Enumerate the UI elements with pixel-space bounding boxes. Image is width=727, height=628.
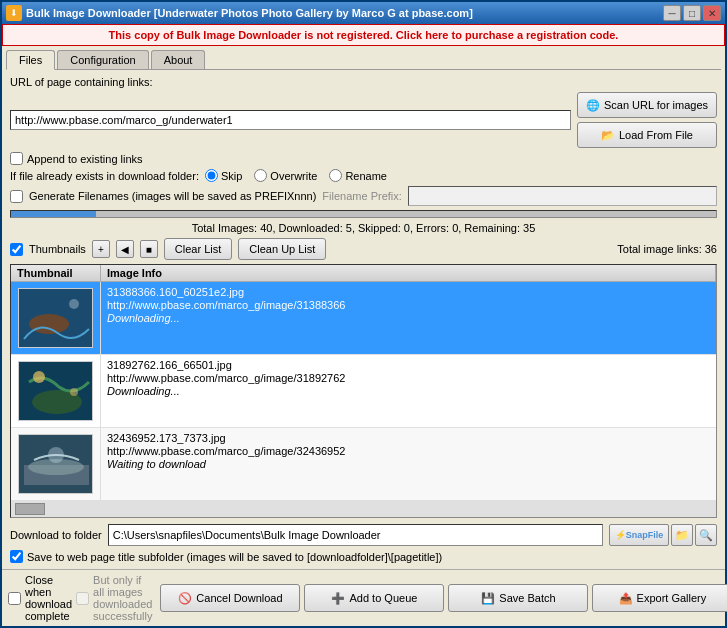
svg-point-7 [70,388,78,396]
download-folder-row: Download to folder ⚡SnapFile 📁 🔍 [10,522,717,546]
thumb-prev-button[interactable]: ◀ [116,240,134,258]
app-icon: ⬇ [6,5,22,21]
clear-list-button[interactable]: Clear List [164,238,232,260]
title-bar: ⬇ Bulk Image Downloader [Underwater Phot… [2,2,725,24]
item2-url: http://www.pbase.com/marco_g/image/31892… [107,372,710,384]
add-to-queue-button[interactable]: ➕ Add to Queue [304,584,444,612]
status-text: Total Images: 40, Downloaded: 5, Skipped… [10,222,717,234]
svg-point-11 [48,447,64,463]
minimize-button[interactable]: ─ [663,5,681,21]
radio-overwrite[interactable]: Overwrite [254,169,317,182]
item3-filename: 32436952.173_7373.jpg [107,432,710,444]
list-item[interactable]: 31388366.160_60251e2.jpg http://www.pbas… [11,282,716,355]
append-row: Append to existing links [10,152,717,165]
scroll-thumb[interactable] [15,503,45,515]
queue-icon: ➕ [331,592,345,605]
tab-about[interactable]: About [151,50,206,69]
bottom-buttons: 🚫 Cancel Download ➕ Add to Queue 💾 Save … [160,584,727,612]
item2-filename: 31892762.166_66501.jpg [107,359,710,371]
item1-url: http://www.pbase.com/marco_g/image/31388… [107,299,710,311]
subfolder-checkbox[interactable] [10,550,23,563]
tab-configuration[interactable]: Configuration [57,50,148,69]
info-cell-1: 31388366.160_60251e2.jpg http://www.pbas… [101,282,716,354]
url-row: 🌐 Scan URL for images 📂 Load From File [10,92,717,148]
save-icon: 💾 [481,592,495,605]
info-cell-3: 32436952.173_7373.jpg http://www.pbase.c… [101,428,716,500]
progress-bar [11,211,96,217]
append-checkbox[interactable] [10,152,23,165]
url-label: URL of page containing links: [10,76,717,88]
item1-filename: 31388366.160_60251e2.jpg [107,286,710,298]
prefix-label: Filename Prefix: [322,190,401,202]
item2-status: Downloading... [107,385,710,397]
item1-status: Downloading... [107,312,710,324]
col-info: Image Info [101,265,716,281]
generate-checkbox[interactable] [10,190,23,203]
info-cell-2: 31892762.166_66501.jpg http://www.pbase.… [101,355,716,427]
cleanup-list-button[interactable]: Clean Up List [238,238,326,260]
maximize-button[interactable]: □ [683,5,701,21]
export-icon: 📤 [619,592,633,605]
progress-bar-container [10,210,717,218]
generate-label: Generate Filenames (images will be saved… [29,190,316,202]
thumb-cell-3 [11,428,101,500]
main-content: URL of page containing links: 🌐 Scan URL… [2,70,725,569]
thumbnails-label: Thumbnails [29,243,86,255]
export-gallery-button[interactable]: 📤 Export Gallery [592,584,727,612]
title-buttons: ─ □ ✕ [663,5,721,21]
but-only-label: But only if all images downloaded succes… [93,574,152,622]
image-list: Thumbnail Image Info [10,264,717,518]
thumbnails-checkbox[interactable] [10,243,23,256]
radio-group: Skip Overwrite Rename [205,169,717,182]
thumb-stop-button[interactable]: ■ [140,240,158,258]
list-item[interactable]: 32436952.173_7373.jpg http://www.pbase.c… [11,428,716,501]
url-input[interactable] [10,110,571,130]
radio-skip[interactable]: Skip [205,169,242,182]
generate-row: Generate Filenames (images will be saved… [10,186,717,206]
list-header: Thumbnail Image Info [11,265,716,282]
file-exists-label: If file already exists in download folde… [10,170,199,182]
tab-files[interactable]: Files [6,50,55,70]
download-folder-label: Download to folder [10,529,102,541]
thumb-add-button[interactable]: + [92,240,110,258]
thumbnail-2 [18,361,93,421]
prefix-input[interactable] [408,186,717,206]
cancel-download-button[interactable]: 🚫 Cancel Download [160,584,300,612]
cancel-icon: 🚫 [178,592,192,605]
but-only-checkbox [76,592,89,605]
total-links: Total image links: 36 [617,243,717,255]
close-checkbox[interactable] [8,592,21,605]
folder-buttons: ⚡SnapFile 📁 🔍 [609,524,717,546]
open-folder-button[interactable]: 🔍 [695,524,717,546]
footer-bar: Close when download complete But only if… [2,569,725,626]
download-folder-input[interactable] [108,524,603,546]
folder-icon: 📂 [601,129,615,142]
list-item[interactable]: 31892762.166_66501.jpg http://www.pbase.… [11,355,716,428]
thumb-cell-1 [11,282,101,354]
svg-point-3 [69,299,79,309]
list-body[interactable]: 31388366.160_60251e2.jpg http://www.pbas… [11,282,716,501]
thumbnail-1 [18,288,93,348]
load-from-file-button[interactable]: 📂 Load From File [577,122,717,148]
radio-rename[interactable]: Rename [329,169,387,182]
horizontal-scrollbar[interactable] [11,501,716,517]
browse-folder-button[interactable]: 📁 [671,524,693,546]
thumbnail-3 [18,434,93,494]
col-thumbnail: Thumbnail [11,265,101,281]
title-bar-left: ⬇ Bulk Image Downloader [Underwater Phot… [6,5,473,21]
close-check: Close when download complete [8,574,72,622]
svg-point-6 [33,371,45,383]
append-label: Append to existing links [27,153,143,165]
globe-icon: 🌐 [586,99,600,112]
registration-banner[interactable]: This copy of Bulk Image Downloader is no… [2,24,725,46]
svg-point-1 [29,314,69,334]
item3-status: Waiting to download [107,458,710,470]
close-button[interactable]: ✕ [703,5,721,21]
snap-icon-button[interactable]: ⚡SnapFile [609,524,669,546]
close-label: Close when download complete [25,574,72,622]
scan-url-button[interactable]: 🌐 Scan URL for images [577,92,717,118]
tabs-bar: Files Configuration About [2,46,725,69]
thumbnails-bar: Thumbnails + ◀ ■ Clear List Clean Up Lis… [10,238,717,260]
save-batch-button[interactable]: 💾 Save Batch [448,584,588,612]
subfolder-label: Save to web page title subfolder (images… [27,551,442,563]
